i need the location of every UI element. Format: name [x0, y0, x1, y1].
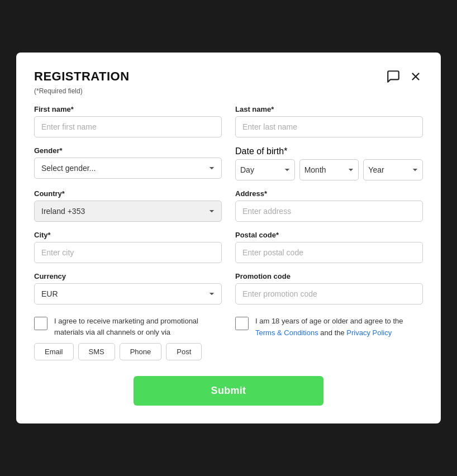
- dob-day-select[interactable]: Day 1 2 3: [235, 159, 295, 180]
- promotion-code-label: Promotion code: [235, 272, 423, 280]
- first-name-input[interactable]: [34, 116, 222, 137]
- last-name-group: Last name*: [235, 105, 423, 137]
- close-button[interactable]: [408, 69, 423, 84]
- dob-year-select[interactable]: Year 2005 2000 1995 1990: [363, 159, 423, 180]
- checkboxes-section: I agree to receive marketing and promoti…: [34, 316, 423, 360]
- terms-checkbox[interactable]: [235, 317, 249, 330]
- promotion-code-group: Promotion code: [235, 272, 423, 304]
- marketing-col: I agree to receive marketing and promoti…: [34, 316, 222, 360]
- close-icon: [410, 70, 422, 83]
- promotion-code-input[interactable]: [235, 283, 423, 304]
- last-name-label: Last name*: [235, 105, 423, 113]
- first-name-group: First name*: [34, 105, 222, 137]
- terms-checkbox-group: I am 18 years of age or older and agree …: [235, 316, 423, 360]
- header-icons: [385, 68, 423, 85]
- privacy-link[interactable]: Privacy Policy: [346, 329, 392, 337]
- dob-label: Date of birth*: [235, 146, 423, 156]
- currency-group: Currency EUR USD GBP AUD: [34, 272, 222, 304]
- dob-month-select[interactable]: Month January February March: [299, 159, 359, 180]
- currency-select[interactable]: EUR USD GBP AUD: [34, 283, 222, 304]
- last-name-input[interactable]: [235, 116, 423, 137]
- address-label: Address*: [235, 189, 423, 198]
- gender-select-wrapper: Select gender... Male Female Other: [34, 158, 222, 179]
- postal-code-input[interactable]: [235, 242, 423, 263]
- post-channel-button[interactable]: Post: [166, 343, 202, 360]
- modal-title: REGISTRATION: [34, 69, 130, 84]
- dob-group: Date of birth* Day 1 2 3 Month January F…: [235, 146, 423, 180]
- city-input[interactable]: [34, 242, 222, 263]
- channel-buttons: Email SMS Phone Post: [34, 343, 222, 360]
- country-label: Country*: [34, 189, 222, 198]
- currency-select-wrapper: EUR USD GBP AUD: [34, 283, 222, 304]
- terms-link[interactable]: Terms & Conditions: [255, 329, 318, 337]
- submit-button[interactable]: Submit: [134, 376, 323, 406]
- modal-header: REGISTRATION: [34, 68, 423, 85]
- currency-label: Currency: [34, 272, 222, 280]
- sms-channel-button[interactable]: SMS: [78, 343, 115, 360]
- required-note: (*Required field): [34, 87, 423, 95]
- chat-icon: [386, 69, 401, 84]
- postal-code-label: Postal code*: [235, 231, 423, 239]
- submit-section: Submit: [34, 376, 423, 406]
- gender-select[interactable]: Select gender... Male Female Other: [34, 158, 222, 179]
- gender-label: Gender*: [34, 146, 222, 155]
- gender-group: Gender* Select gender... Male Female Oth…: [34, 146, 222, 180]
- chat-button[interactable]: [385, 68, 402, 85]
- country-group: Country* Ireland +353 United Kingdom +44…: [34, 189, 222, 222]
- marketing-checkbox-group: I agree to receive marketing and promoti…: [34, 316, 222, 337]
- registration-modal: REGISTRATION (*Required field): [16, 53, 441, 423]
- country-select-wrapper: Ireland +353 United Kingdom +44 United S…: [34, 201, 222, 222]
- dob-selects: Day 1 2 3 Month January February March Y…: [235, 159, 423, 180]
- address-input[interactable]: [235, 201, 423, 222]
- first-name-label: First name*: [34, 105, 222, 113]
- marketing-label: I agree to receive marketing and promoti…: [54, 316, 222, 337]
- city-group: City*: [34, 231, 222, 263]
- postal-code-group: Postal code*: [235, 231, 423, 263]
- phone-channel-button[interactable]: Phone: [120, 343, 162, 360]
- form-grid: First name* Last name* Gender* Select ge…: [34, 105, 423, 304]
- city-label: City*: [34, 231, 222, 239]
- terms-label: I am 18 years of age or older and agree …: [255, 316, 423, 339]
- email-channel-button[interactable]: Email: [34, 343, 74, 360]
- modal-overlay: REGISTRATION (*Required field): [0, 0, 457, 476]
- address-group: Address*: [235, 189, 423, 222]
- marketing-checkbox[interactable]: [34, 317, 47, 330]
- country-select[interactable]: Ireland +353 United Kingdom +44 United S…: [34, 201, 222, 222]
